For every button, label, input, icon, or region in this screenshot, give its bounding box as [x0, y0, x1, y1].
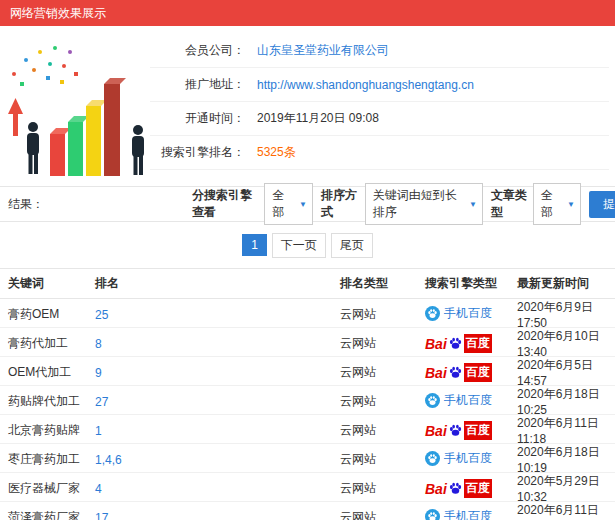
rank-type-cell: 云网站: [340, 509, 425, 520]
engine-cell: 手机百度: [425, 450, 517, 469]
rank-cell: 1,4,6: [95, 453, 340, 467]
sort-filter-group: 排序方式 关键词由短到长排序 ▼: [321, 183, 483, 225]
results-table: 关键词 排名 排名类型 搜索引擎类型 最新更新时间 膏药OEM 25 云网站: [0, 268, 615, 520]
rank-type-cell: 云网站: [340, 364, 425, 381]
engine-cell: 手机百度: [425, 305, 517, 324]
mobile-baidu-icon: [425, 509, 440, 520]
rank-count-label: 搜索引擎排名：: [150, 144, 245, 161]
pagination: 1 下一页 尾页: [0, 222, 615, 268]
baidu-logo: Bai 百度: [425, 363, 492, 382]
company-link[interactable]: 山东皇圣堂药业有限公司: [257, 42, 389, 59]
info-rows: 会员公司： 山东皇圣堂药业有限公司 推广地址： http://www.shand…: [150, 34, 609, 186]
engine-select[interactable]: 全部 ▼: [264, 183, 313, 225]
rank-type-cell: 云网站: [340, 306, 425, 323]
table-row: OEM代加工 9 云网站 Bai: [0, 357, 615, 386]
mobile-baidu-badge: 手机百度: [425, 392, 492, 409]
rank-cell: 9: [95, 366, 340, 380]
keyword-cell: 菏泽膏药厂家: [8, 509, 95, 520]
updated-cell: 2020年6月18日 10:19: [517, 444, 615, 475]
mobile-baidu-badge: 手机百度: [425, 450, 492, 467]
updated-cell: 2020年6月11日 11:17: [517, 502, 615, 520]
header-engine-type: 搜索引擎类型: [425, 275, 517, 292]
table-body: 膏药OEM 25 云网站: [0, 299, 615, 520]
engine-filter-group: 分搜索引擎查看 全部 ▼: [192, 183, 313, 225]
engine-filter-label: 分搜索引擎查看: [192, 187, 260, 221]
table-row: 膏药代加工 8 云网站 Bai: [0, 328, 615, 357]
last-page-button[interactable]: 尾页: [331, 233, 373, 258]
rank-link[interactable]: 27: [95, 395, 108, 409]
filter-bar: 结果： 分搜索引擎查看 全部 ▼ 排序方式 关键词由短到长排序 ▼ 文章类型 全…: [0, 186, 615, 222]
rank-type-cell: 云网站: [340, 480, 425, 497]
table-row: 医疗器械厂家 4 云网站 Bai: [0, 473, 615, 502]
rank-link[interactable]: 8: [95, 337, 102, 351]
table-header-row: 关键词 排名 排名类型 搜索引擎类型 最新更新时间: [0, 269, 615, 299]
rank-link[interactable]: 4: [95, 482, 102, 496]
keyword-cell: 北京膏药贴牌: [8, 422, 95, 439]
table-row: 药贴牌代加工 27 云网站: [0, 386, 615, 415]
keyword-cell: 膏药代加工: [8, 335, 95, 352]
engine-cell: Bai 百度: [425, 479, 517, 498]
next-page-button[interactable]: 下一页: [272, 233, 326, 258]
baidu-paw-icon: [448, 423, 463, 438]
baidu-paw-icon: [448, 481, 463, 496]
rank-cell: 27: [95, 395, 340, 409]
table-row: 枣庄膏药加工 1,4,6 云网站: [0, 444, 615, 473]
keyword-cell: 药贴牌代加工: [8, 393, 95, 410]
open-time-label: 开通时间：: [150, 110, 245, 127]
rank-type-cell: 云网站: [340, 393, 425, 410]
updated-cell: 2020年6月18日 10:25: [517, 386, 615, 417]
result-label: 结果：: [8, 196, 192, 213]
table-row: 菏泽膏药厂家 17 云网站: [0, 502, 615, 520]
engine-cell: 手机百度: [425, 508, 517, 520]
keyword-cell: 枣庄膏药加工: [8, 451, 95, 468]
rank-link[interactable]: 1: [95, 424, 102, 438]
page-button-current[interactable]: 1: [242, 234, 267, 256]
submit-button[interactable]: 提交: [589, 191, 615, 218]
rank-link[interactable]: 1,4,6: [95, 453, 122, 467]
header-bar: 网络营销效果展示: [0, 0, 615, 26]
baidu-paw-icon: [448, 365, 463, 380]
sort-filter-label: 排序方式: [321, 187, 361, 221]
chevron-down-icon: ▼: [299, 200, 307, 209]
engine-cell: Bai 百度: [425, 363, 517, 382]
rank-cell: 4: [95, 482, 340, 496]
baidu-logo: Bai 百度: [425, 334, 492, 353]
header-updated: 最新更新时间: [517, 275, 615, 292]
rank-link[interactable]: 25: [95, 308, 108, 322]
keyword-cell: 医疗器械厂家: [8, 480, 95, 497]
engine-cell: Bai 百度: [425, 421, 517, 440]
mobile-baidu-icon: [425, 393, 440, 408]
rank-link[interactable]: 9: [95, 366, 102, 380]
url-label: 推广地址：: [150, 76, 245, 93]
mobile-baidu-badge: 手机百度: [425, 508, 492, 520]
mobile-baidu-icon: [425, 306, 440, 321]
sort-select[interactable]: 关键词由短到长排序 ▼: [365, 183, 483, 225]
promotion-url-link[interactable]: http://www.shandonghuangshengtang.cn: [257, 78, 474, 92]
table-row: 北京膏药贴牌 1 云网站 Bai: [0, 415, 615, 444]
up-arrow-icon: [8, 98, 23, 136]
updated-cell: 2020年6月11日 11:18: [517, 415, 615, 446]
rank-link[interactable]: 17: [95, 511, 108, 520]
engine-cell: Bai 百度: [425, 334, 517, 353]
page-title: 网络营销效果展示: [10, 6, 106, 20]
confetti: [12, 46, 78, 86]
businessman-right: [132, 125, 144, 175]
open-time-value: 2019年11月20日 09:08: [257, 110, 379, 127]
keyword-cell: OEM代加工: [8, 364, 95, 381]
article-type-select[interactable]: 全部 ▼: [533, 183, 581, 225]
info-row-open-time: 开通时间： 2019年11月20日 09:08: [150, 102, 609, 136]
header-keyword: 关键词: [8, 275, 95, 292]
updated-cell: 2020年5月29日 10:32: [517, 473, 615, 504]
rank-count-value: 5325条: [257, 144, 296, 161]
info-row-company: 会员公司： 山东皇圣堂药业有限公司: [150, 34, 609, 68]
article-type-label: 文章类型: [491, 187, 529, 221]
rank-cell: 25: [95, 308, 340, 322]
baidu-paw-icon: [448, 336, 463, 351]
chevron-down-icon: ▼: [567, 200, 575, 209]
article-type-filter-group: 文章类型 全部 ▼: [491, 183, 581, 225]
updated-cell: 2020年6月9日 17:50: [517, 299, 615, 330]
rank-type-cell: 云网站: [340, 335, 425, 352]
updated-cell: 2020年6月5日 14:57: [517, 357, 615, 388]
table-row: 膏药OEM 25 云网站: [0, 299, 615, 328]
rank-cell: 17: [95, 511, 340, 520]
